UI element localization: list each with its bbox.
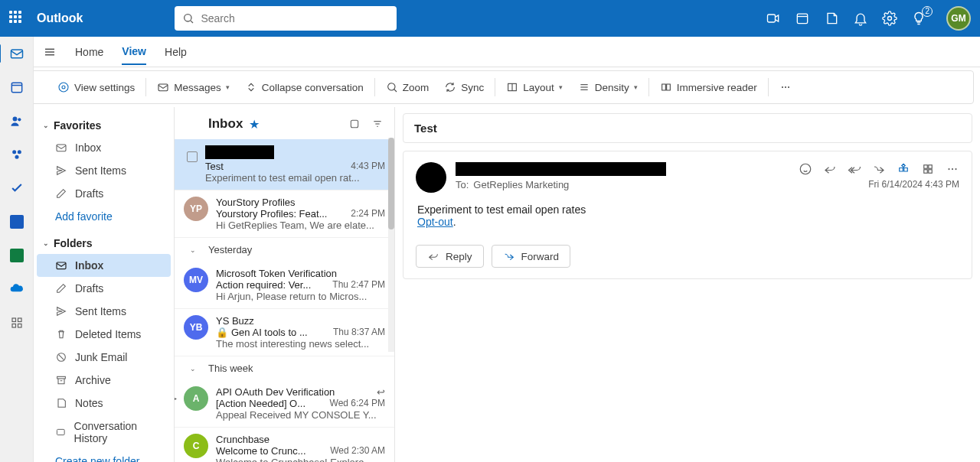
svg-point-11 [12, 150, 16, 154]
notifications-icon[interactable] [853, 11, 868, 26]
svg-rect-48 [929, 165, 933, 169]
svg-rect-16 [12, 324, 16, 328]
view-settings-button[interactable]: View settings [50, 71, 142, 103]
zoom-button[interactable]: Zoom [378, 71, 437, 103]
svg-point-12 [17, 150, 21, 154]
folder-drafts[interactable]: Drafts [37, 277, 171, 300]
thread-chevron-icon[interactable]: ▸ [175, 394, 177, 402]
svg-rect-3 [797, 14, 807, 24]
rail-more-apps-icon[interactable] [8, 314, 26, 332]
svg-point-31 [782, 86, 783, 88]
svg-line-37 [59, 355, 64, 360]
favorites-section[interactable]: ⌄Favorites [37, 115, 171, 136]
messages-button[interactable]: Messages▾ [149, 71, 237, 103]
folder-sent[interactable]: Sent Items [37, 300, 171, 323]
svg-rect-17 [18, 324, 21, 328]
immersive-reader-button[interactable]: Immersive reader [652, 71, 765, 103]
svg-point-53 [955, 168, 956, 170]
folders-section[interactable]: ⌄Folders [37, 233, 171, 254]
folder-conversation-history[interactable]: Conversation History [37, 415, 171, 450]
rail-todo-icon[interactable] [8, 179, 26, 197]
message-item[interactable]: YP YourStory Profiles Yourstory Profiles… [175, 190, 394, 238]
select-mode-icon[interactable] [348, 118, 361, 130]
message-item[interactable]: ▸ A API OAuth Dev Verification↩ [Action … [175, 380, 394, 428]
reply-all-icon[interactable] [848, 162, 861, 176]
svg-rect-49 [924, 170, 928, 174]
tips-badge: 2 [922, 6, 933, 17]
reading-date: Fri 6/14/2024 4:43 PM [799, 179, 959, 190]
search-input[interactable] [201, 12, 389, 24]
settings-icon[interactable] [882, 11, 897, 26]
filter-icon[interactable] [371, 118, 384, 130]
forward-button[interactable]: Forward [492, 245, 571, 268]
calendar-day-icon[interactable] [795, 11, 810, 26]
day-header-thisweek[interactable]: ⌄This week [175, 356, 394, 380]
app-launcher[interactable] [9, 11, 24, 26]
fav-sent[interactable]: Sent Items [37, 159, 171, 182]
scrollbar[interactable] [388, 138, 394, 352]
reading-message-card: To:GetReplies Marketing Fri 6/14/2024 4:… [403, 151, 972, 279]
tips-icon[interactable]: 2 [911, 11, 926, 26]
reply-icon[interactable] [823, 162, 837, 176]
search-box[interactable] [175, 6, 397, 31]
tab-help[interactable]: Help [165, 40, 187, 64]
message-item[interactable]: Test4:43 PM Experiment to test email ope… [175, 139, 394, 190]
react-icon[interactable] [799, 162, 812, 176]
message-subject: [Action Needed] O... [216, 398, 305, 409]
collapse-conversation-button[interactable]: Collapse conversation [237, 71, 371, 103]
lock-icon: 🔒 [216, 327, 228, 338]
meet-now-icon[interactable] [766, 11, 781, 26]
message-checkbox[interactable] [187, 151, 198, 162]
create-folder-link[interactable]: Create new folder [37, 450, 171, 462]
hamburger-icon[interactable] [43, 45, 57, 59]
rail-excel-icon[interactable] [8, 246, 26, 265]
rail-mail-icon[interactable] [8, 44, 26, 63]
fav-inbox[interactable]: Inbox [37, 136, 171, 159]
message-list: Inbox ★ Test4:43 PM Experiment to test e… [175, 107, 395, 462]
folder-archive[interactable]: Archive [37, 369, 171, 392]
svg-point-32 [785, 86, 786, 88]
optout-link[interactable]: Opt-out [417, 216, 453, 228]
folder-inbox[interactable]: Inbox [37, 254, 171, 277]
density-button[interactable]: Density▾ [570, 71, 645, 103]
folder-pane: ⌄Favorites Inbox Sent Items Drafts Add f… [34, 107, 175, 462]
day-header-yesterday[interactable]: ⌄Yesterday [175, 238, 394, 262]
account-avatar[interactable]: GM [946, 6, 971, 31]
notes-icon[interactable] [824, 11, 839, 26]
add-favorite-link[interactable]: Add favorite [37, 205, 171, 228]
sync-button[interactable]: Sync [436, 71, 492, 103]
redacted-sender-name [456, 162, 666, 176]
folder-notes[interactable]: Notes [37, 392, 171, 415]
rail-word-icon[interactable] [8, 213, 26, 231]
rail-onedrive-icon[interactable] [8, 280, 26, 298]
folder-deleted[interactable]: Deleted Items [37, 323, 171, 346]
tab-view[interactable]: View [122, 39, 146, 65]
message-preview: Appeal Received MY CONSOLE Y... [216, 409, 385, 421]
message-item[interactable]: YB YS Buzz 🔒Gen AI tools to ...Thu 8:37 … [175, 309, 394, 356]
forward-icon[interactable] [872, 162, 886, 176]
rail-calendar-icon[interactable] [8, 78, 26, 96]
apps-icon[interactable] [897, 162, 910, 176]
message-preview: The most interesting news select... [216, 338, 385, 350]
toolbar: View settings Messages▾ Collapse convers… [6, 70, 974, 104]
message-item[interactable]: C Crunchbase Welcome to Crunc...Wed 2:30… [175, 428, 394, 462]
rail-people-icon[interactable] [8, 112, 26, 130]
tab-home[interactable]: Home [75, 40, 103, 64]
more-actions-icon[interactable] [946, 162, 959, 176]
svg-point-5 [888, 17, 892, 21]
read-aloud-icon[interactable] [921, 162, 935, 176]
search-icon [182, 12, 194, 24]
layout-button[interactable]: Layout▾ [498, 71, 570, 103]
toolbar-overflow-button[interactable] [772, 71, 799, 103]
reply-button[interactable]: Reply [416, 245, 484, 268]
folder-junk[interactable]: Junk Email [37, 346, 171, 369]
sender-avatar: YP [184, 197, 208, 221]
svg-rect-50 [929, 170, 933, 174]
body-line: Experiment to test email open rates [417, 203, 959, 216]
message-time: Thu 2:47 PM [332, 279, 385, 291]
fav-drafts[interactable]: Drafts [37, 182, 171, 205]
message-item[interactable]: MV Microsoft Token Verification Action r… [175, 262, 394, 309]
reading-subject: Test [403, 113, 972, 143]
rail-groups-icon[interactable] [8, 145, 26, 164]
star-icon[interactable]: ★ [249, 117, 260, 132]
